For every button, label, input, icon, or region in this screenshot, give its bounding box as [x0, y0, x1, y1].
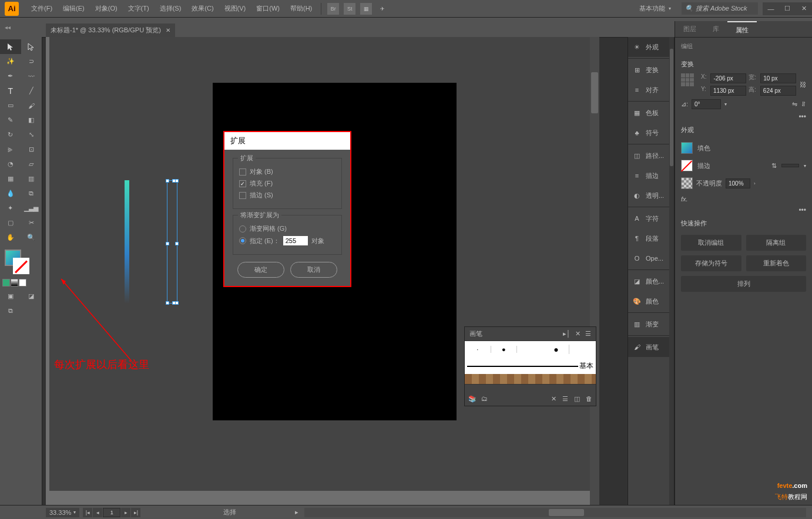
brush-presets-row[interactable]: ·●● [465, 341, 596, 358]
opacity-input[interactable]: 100% [726, 178, 750, 188]
workspace-dropdown[interactable]: 基本功能▾ [633, 2, 677, 15]
dock-align[interactable]: ≡对齐 [628, 80, 674, 100]
free-transform-tool[interactable]: ⊡ [21, 142, 42, 157]
stroke-swatch-prop[interactable] [681, 160, 693, 171]
pen-tool[interactable]: ✒ [0, 69, 21, 83]
fx-icon[interactable]: fx. [681, 196, 688, 203]
h-input[interactable]: 624 px [760, 86, 796, 96]
selected-object[interactable] [167, 180, 177, 304]
flip-h-icon[interactable]: ⇋ [792, 100, 797, 108]
dock-appearance[interactable]: ☀外观 [628, 37, 674, 57]
vertical-scrollbar[interactable] [590, 37, 599, 505]
dock-transform[interactable]: ⊞变换 [628, 60, 674, 80]
pattern-brush[interactable] [465, 374, 596, 385]
rotation-input[interactable]: 0° [692, 99, 721, 109]
checkbox-stroke[interactable] [239, 192, 246, 199]
gpu-icon[interactable]: ✈ [377, 3, 388, 15]
more-appearance-icon[interactable]: ••• [798, 206, 806, 214]
draw-mode[interactable]: ◪ [21, 289, 42, 304]
type-tool[interactable]: T [0, 83, 21, 98]
change-screen-mode[interactable]: ⧉ [0, 304, 21, 318]
eraser-tool[interactable]: ◧ [21, 113, 42, 127]
dock-symbols[interactable]: ♣符号 [628, 123, 674, 143]
screen-mode[interactable]: ▣ [0, 289, 21, 304]
slice-tool[interactable]: ✂ [21, 215, 42, 230]
dock-gradient[interactable]: ▥渐变 [628, 314, 674, 334]
recolor-button[interactable]: 重新着色 [746, 255, 807, 271]
paintbrush-tool[interactable]: 🖌 [21, 98, 42, 113]
link-wh-icon[interactable]: ⛓ [800, 81, 806, 88]
panel-menu-icon[interactable]: ☰ [585, 330, 591, 338]
last-artboard[interactable]: ▸| [131, 508, 140, 517]
search-stock[interactable]: 🔍 搜索 Adobe Stock [682, 2, 758, 15]
opacity-dropdown[interactable]: › [754, 181, 756, 186]
document-tab[interactable]: 未标题-1* @ 33.33% (RGB/GPU 预览)✕ [46, 23, 175, 37]
isolate-button[interactable]: 隔离组 [746, 235, 807, 251]
scale-tool[interactable]: ⤡ [21, 127, 42, 142]
menu-view[interactable]: 视图(V) [219, 4, 251, 13]
perspective-tool[interactable]: ▱ [21, 157, 42, 171]
bridge-icon[interactable]: Br [327, 3, 339, 15]
none-mode[interactable] [19, 279, 26, 287]
dock-pathfinder[interactable]: ◫路径... [628, 146, 674, 166]
dock-brushes[interactable]: 🖌画笔 [628, 337, 674, 357]
dock-paragraph[interactable]: ¶段落 [628, 228, 674, 248]
ok-button[interactable]: 确定 [237, 262, 284, 278]
status-dropdown[interactable]: ▸ [295, 508, 298, 516]
options-icon[interactable]: ☰ [562, 395, 568, 403]
menu-type[interactable]: 文字(T) [123, 4, 155, 13]
blend-tool[interactable]: ⧉ [21, 186, 42, 201]
color-mode[interactable] [2, 279, 10, 287]
more-options-icon[interactable]: ••• [798, 113, 806, 121]
fill-stroke-swatches[interactable] [2, 250, 39, 274]
stock-icon[interactable]: St [344, 3, 355, 15]
checkbox-object[interactable] [239, 168, 246, 176]
artboard-tool[interactable]: ▢ [0, 215, 21, 230]
flip-v-icon[interactable]: ⥯ [801, 100, 806, 108]
tab-libraries[interactable]: 库 [704, 21, 727, 37]
next-artboard[interactable]: ▸ [121, 508, 130, 517]
prev-artboard[interactable]: ◂ [93, 508, 102, 517]
line-tool[interactable]: ╱ [21, 83, 42, 98]
w-input[interactable]: 10 px [760, 73, 796, 83]
menu-select[interactable]: 选择(S) [155, 4, 187, 13]
zoom-tool[interactable]: 🔍 [21, 230, 42, 245]
arrange-button[interactable]: 排列 [681, 276, 806, 292]
radio-specify[interactable] [239, 237, 246, 244]
dock-swatches[interactable]: ▦色板 [628, 103, 674, 123]
stroke-stepper[interactable]: ⇅ [771, 162, 777, 170]
gradient-mode[interactable] [11, 279, 18, 287]
shape-builder-tool[interactable]: ◔ [0, 157, 21, 171]
basic-brush[interactable]: 基本 [465, 358, 596, 374]
rectangle-tool[interactable]: ▭ [0, 98, 21, 113]
eyedropper-tool[interactable]: 💧 [0, 186, 21, 201]
reference-point[interactable] [681, 73, 694, 86]
dock-scrollbar[interactable] [669, 37, 674, 514]
window-minimize[interactable]: — [763, 2, 779, 15]
tab-properties[interactable]: 属性 [727, 21, 757, 37]
panel-collapse-icon[interactable]: ◂◂ [5, 24, 11, 31]
library-icon[interactable]: 📚 [468, 395, 477, 403]
first-artboard[interactable]: |◂ [83, 508, 92, 517]
window-maximize[interactable]: ☐ [779, 2, 796, 15]
panel-close-icon[interactable]: ✕ [575, 330, 581, 338]
dock-color[interactable]: 🎨颜色 [628, 291, 674, 311]
new-brush-icon[interactable]: ◫ [574, 395, 580, 403]
magic-wand-tool[interactable]: ✨ [0, 54, 21, 69]
horizontal-scrollbar[interactable] [304, 508, 806, 517]
stroke-swatch[interactable] [13, 258, 29, 274]
remove-stroke-icon[interactable]: ✕ [551, 395, 556, 403]
rotate-tool[interactable]: ↻ [0, 127, 21, 142]
graph-tool[interactable]: ▁▃▅ [21, 201, 42, 215]
menu-file[interactable]: 文件(F) [26, 4, 58, 13]
tab-layers[interactable]: 图层 [675, 21, 704, 37]
gradient-tool[interactable]: ▥ [21, 171, 42, 186]
menu-window[interactable]: 窗口(W) [251, 4, 285, 13]
mesh-tool[interactable]: ▦ [0, 171, 21, 186]
dock-transparency[interactable]: ◐透明... [628, 186, 674, 205]
menu-edit[interactable]: 编辑(E) [58, 4, 90, 13]
libraries-icon[interactable]: 🗂 [481, 395, 488, 402]
checkbox-fill[interactable]: ✓ [239, 180, 246, 187]
opacity-swatch[interactable] [681, 177, 693, 189]
artboard-nav-input[interactable]: 1 [103, 508, 120, 517]
